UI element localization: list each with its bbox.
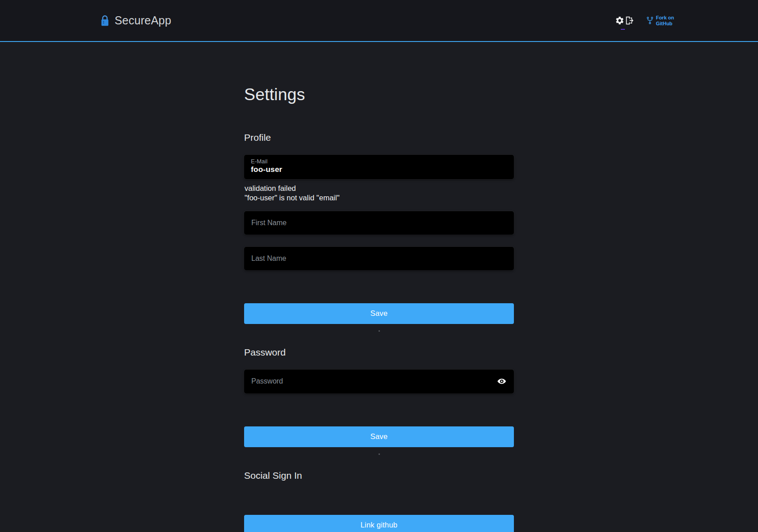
password-save-button[interactable]: Save <box>244 426 514 447</box>
header-actions: Fork on GitHub <box>615 15 674 27</box>
social-sign-in-section: Social Sign In Link github <box>244 470 514 532</box>
profile-save-button[interactable]: Save <box>244 303 514 324</box>
password-section: Password Save <box>244 347 514 455</box>
small-dot-artifact <box>379 453 380 455</box>
git-fork-icon <box>646 16 654 25</box>
toggle-password-visibility-button[interactable] <box>496 375 508 387</box>
email-input[interactable] <box>251 165 507 174</box>
gear-underline-artifact <box>621 29 625 30</box>
profile-section: Profile E-Mail validation failed "foo-us… <box>244 132 514 332</box>
settings-page: Settings Profile E-Mail validation faile… <box>244 42 514 532</box>
fork-link-label: Fork on GitHub <box>656 15 674 27</box>
email-label: E-Mail <box>251 158 507 165</box>
password-field <box>244 370 514 393</box>
app-brand: SecureApp <box>101 14 171 27</box>
logout-button[interactable] <box>624 16 634 25</box>
link-github-button[interactable]: Link github <box>244 515 514 532</box>
last-name-input[interactable] <box>244 247 514 270</box>
profile-heading: Profile <box>244 132 514 143</box>
social-sign-in-heading: Social Sign In <box>244 470 514 481</box>
small-dot-artifact <box>379 330 380 332</box>
eye-icon <box>497 376 507 386</box>
validation-error-line2: "foo-user" is not valid "email" <box>245 193 514 203</box>
logout-icon <box>624 16 634 25</box>
email-field[interactable]: E-Mail <box>244 155 514 179</box>
app-header: SecureApp <box>0 0 758 42</box>
page-title: Settings <box>244 85 514 104</box>
settings-gear-button[interactable] <box>615 16 624 25</box>
fork-on-github-link[interactable]: Fork on GitHub <box>646 15 674 27</box>
password-input[interactable] <box>244 370 514 393</box>
gear-icon <box>615 16 624 25</box>
email-validation-error: validation failed "foo-user" is not vali… <box>245 184 514 203</box>
password-heading: Password <box>244 347 514 358</box>
app-title: SecureApp <box>115 14 171 27</box>
lock-icon <box>101 15 109 26</box>
validation-error-line1: validation failed <box>245 184 514 193</box>
first-name-input[interactable] <box>244 211 514 235</box>
